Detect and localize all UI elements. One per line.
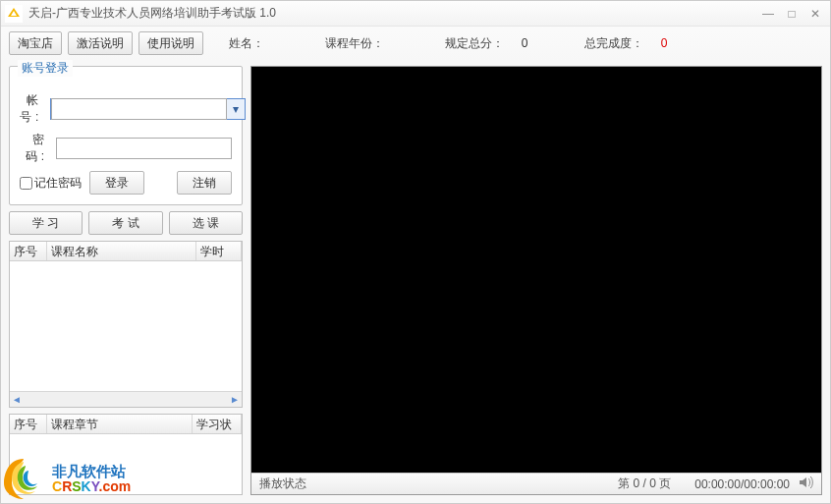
video-statusbar: 播放状态 第 0 / 0 页 00:00:00/00:00:00 bbox=[251, 473, 821, 494]
volume-icon[interactable] bbox=[800, 476, 813, 491]
remember-password-checkbox[interactable] bbox=[20, 177, 32, 190]
course-list-col-seq: 序号 bbox=[10, 242, 47, 260]
taobao-button[interactable]: 淘宝店 bbox=[9, 31, 62, 55]
course-list-col-hour: 学时 bbox=[196, 242, 242, 260]
time-info: 00:00:00/00:00:00 bbox=[694, 477, 800, 491]
activate-help-button[interactable]: 激活说明 bbox=[68, 31, 133, 55]
course-list-scrollbar[interactable]: ◄ ► bbox=[10, 391, 242, 407]
login-button[interactable]: 登录 bbox=[89, 171, 144, 195]
password-input[interactable] bbox=[56, 138, 232, 159]
chapter-list-col-chap: 课程章节 bbox=[47, 415, 193, 433]
scroll-left-icon[interactable]: ◄ bbox=[12, 394, 22, 405]
name-label: 姓名： bbox=[229, 35, 264, 52]
page-info: 第 0 / 0 页 bbox=[306, 476, 694, 492]
course-list[interactable]: 序号 课程名称 学时 ◄ ► bbox=[9, 241, 243, 408]
choose-course-button[interactable]: 选 课 bbox=[169, 211, 243, 235]
course-list-col-name: 课程名称 bbox=[47, 242, 196, 260]
titlebar: 天启-广西专业技术人员网络培训助手考试版 1.0 — □ ✕ bbox=[1, 1, 830, 27]
total-score-label: 规定总分： bbox=[445, 35, 504, 52]
year-label: 课程年份： bbox=[325, 35, 384, 52]
close-button[interactable]: ✕ bbox=[804, 5, 826, 23]
chapter-list-col-stat: 学习状 bbox=[193, 415, 242, 433]
maximize-button[interactable]: □ bbox=[781, 5, 803, 23]
password-label: 密 码: bbox=[20, 132, 48, 165]
usage-help-button[interactable]: 使用说明 bbox=[138, 31, 203, 55]
play-state-label: 播放状态 bbox=[259, 476, 306, 492]
total-score-value: 0 bbox=[510, 36, 539, 50]
remember-password-label[interactable]: 记住密码 bbox=[20, 175, 82, 192]
account-input[interactable] bbox=[51, 98, 227, 120]
logout-button[interactable]: 注销 bbox=[177, 171, 232, 195]
course-list-body[interactable] bbox=[10, 261, 242, 391]
chevron-down-icon[interactable]: ▾ bbox=[227, 99, 245, 119]
window-title: 天启-广西专业技术人员网络培训助手考试版 1.0 bbox=[28, 5, 757, 22]
chapter-list-col-seq: 序号 bbox=[10, 415, 47, 433]
scroll-right-icon[interactable]: ► bbox=[230, 394, 240, 405]
login-groupbox: 账号登录 帐 号: ▾ 密 码: 记住密码 bbox=[9, 66, 243, 205]
minimize-button[interactable]: — bbox=[757, 5, 779, 23]
video-panel: 播放状态 第 0 / 0 页 00:00:00/00:00:00 bbox=[250, 66, 822, 495]
completion-label: 总完成度： bbox=[584, 35, 643, 52]
completion-value: 0 bbox=[649, 36, 679, 50]
chapter-list[interactable]: 序号 课程章节 学习状 bbox=[9, 414, 243, 495]
account-combo[interactable]: ▾ bbox=[50, 98, 246, 120]
remember-password-text: 记住密码 bbox=[34, 175, 82, 192]
exam-button[interactable]: 考 试 bbox=[88, 211, 162, 235]
study-button[interactable]: 学 习 bbox=[9, 211, 83, 235]
toolbar: 淘宝店 激活说明 使用说明 姓名： 课程年份： 规定总分： 0 总完成度： 0 bbox=[1, 27, 830, 60]
chapter-list-body[interactable] bbox=[10, 434, 242, 494]
account-label: 帐 号: bbox=[20, 92, 42, 126]
login-groupbox-title: 账号登录 bbox=[18, 60, 73, 77]
app-logo-icon bbox=[5, 5, 23, 23]
video-area[interactable] bbox=[251, 67, 821, 473]
